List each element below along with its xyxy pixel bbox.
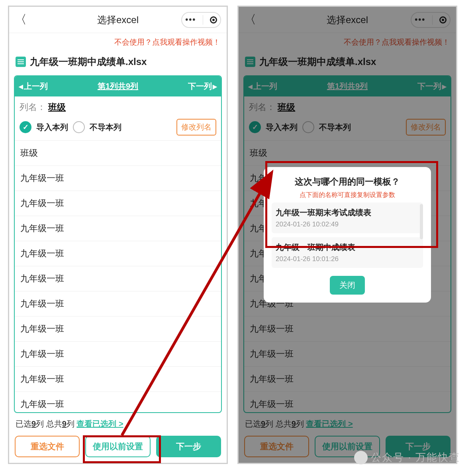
list-item: 九年级一班 <box>15 367 221 392</box>
skip-label: 不导本列 <box>90 122 121 133</box>
close-miniprogram-icon[interactable] <box>210 16 217 24</box>
list-item: 九年级一班 <box>15 317 221 342</box>
file-name: 九年级一班期中成绩单.xlsx <box>30 55 147 68</box>
file-row: 九年级一班期中成绩单.xlsx <box>14 53 222 75</box>
template-list: 九年级一班期末考试成绩表2024-01-26 10:02:49九年级一班期中成绩… <box>272 203 423 272</box>
list-item: 九年级一班 <box>15 241 221 266</box>
modal-title: 这次与哪个用的同一模板？ <box>272 176 423 188</box>
modal-close-button[interactable]: 关闭 <box>330 276 365 295</box>
import-options-row: 导入本列 不导本列 修改列名 <box>15 116 221 140</box>
list-item: 九年级一班 <box>15 342 221 367</box>
template-item[interactable]: 九年级一班期中成绩表2024-01-26 10:01:26 <box>272 237 423 268</box>
data-list[interactable]: 班级九年级一班九年级一班九年级一班九年级一班九年级一班九年级一班九年级一班九年级… <box>15 140 221 412</box>
bottom-button-row: 重选文件 使用以前设置 下一步 <box>9 432 227 463</box>
miniprogram-capsule[interactable]: ••• <box>181 12 221 28</box>
template-item-name: 九年级一班期中成绩表 <box>276 242 419 253</box>
help-video-link[interactable]: 不会使用？点我观看操作视频！ <box>9 33 227 53</box>
more-icon[interactable]: ••• <box>185 15 196 24</box>
template-item[interactable]: 九年级一班期末考试成绩表2024-01-26 10:02:49 <box>272 203 423 233</box>
list-item: 班级 <box>15 141 221 166</box>
selection-summary: 已选9列 总共9列 查看已选列 > <box>9 413 227 432</box>
modal-overlay[interactable]: 这次与哪个用的同一模板？ 点下面的名称可直接复制设置参数 九年级一班期末考试成绩… <box>239 7 456 463</box>
list-item: 九年级一班 <box>15 291 221 317</box>
template-item-timestamp: 2024-01-26 10:01:26 <box>276 255 419 263</box>
watermark: 公众号 · 万能快查 <box>354 450 460 464</box>
next-column-button[interactable]: 下一列 ▶ <box>188 81 217 92</box>
triangle-right-icon: ▶ <box>213 83 217 90</box>
list-item: 九年级一班 <box>15 191 221 216</box>
scrollbar-icon[interactable] <box>420 204 423 239</box>
list-item: 九年级一班 <box>15 392 221 412</box>
column-name-row: 列名： 班级 <box>15 96 221 116</box>
prev-column-button[interactable]: ◀ 上一列 <box>19 81 48 92</box>
list-item: 九年级一班 <box>15 266 221 291</box>
screen-left: 〈 选择excel ••• 不会使用？点我观看操作视频！ 九年级一班期中成绩单.… <box>8 6 228 464</box>
use-prev-settings-button[interactable]: 使用以前设置 <box>85 436 150 457</box>
skip-radio[interactable] <box>73 121 85 133</box>
topbar: 〈 选择excel ••• <box>9 7 227 33</box>
screen-right: 〈 选择excel ••• 不会使用？点我观看操作视频！ 九年级一班期中成绩单.… <box>237 6 457 464</box>
list-item: 九年级一班 <box>15 216 221 241</box>
next-step-button[interactable]: 下一步 <box>156 436 221 457</box>
template-item-name: 九年级一班期末考试成绩表 <box>276 207 419 218</box>
triangle-left-icon: ◀ <box>19 83 23 90</box>
watermark-logo-icon <box>354 451 368 464</box>
list-item: 九年级一班 <box>15 166 221 191</box>
modal-tip: 点下面的名称可直接复制设置参数 <box>272 191 423 199</box>
column-position-link[interactable]: 第1列共9列 <box>98 81 138 92</box>
reset-file-button[interactable]: 重选文件 <box>15 436 80 457</box>
column-name-value: 班级 <box>48 102 66 112</box>
excel-file-icon <box>16 57 26 67</box>
import-label: 导入本列 <box>36 122 68 133</box>
view-selected-link[interactable]: 查看已选列 > <box>76 419 123 428</box>
template-picker-modal: 这次与哪个用的同一模板？ 点下面的名称可直接复制设置参数 九年级一班期末考试成绩… <box>264 167 431 303</box>
import-radio-on[interactable] <box>20 121 31 133</box>
back-chevron-icon[interactable]: 〈 <box>15 12 27 28</box>
template-item-timestamp: 2024-01-26 10:02:49 <box>276 220 419 228</box>
column-nav: ◀ 上一列 第1列共9列 下一列 ▶ <box>15 76 221 96</box>
rename-column-button[interactable]: 修改列名 <box>176 119 216 136</box>
column-card: ◀ 上一列 第1列共9列 下一列 ▶ 列名： 班级 导入本列 <box>14 75 222 413</box>
